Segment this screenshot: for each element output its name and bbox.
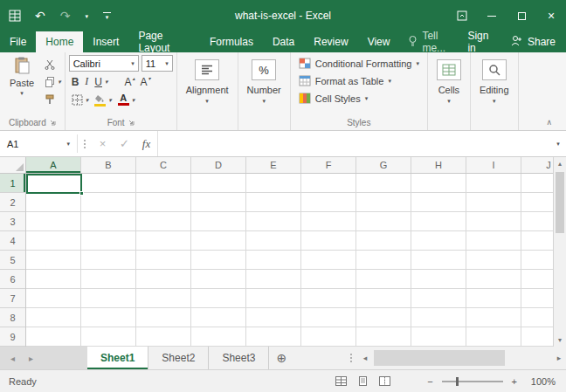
prev-sheet-icon[interactable]: ◂ [10, 354, 15, 363]
italic-button[interactable]: I [85, 75, 88, 88]
formula-bar-expand-icon[interactable]: ▾ [550, 131, 566, 156]
fill-handle[interactable] [79, 191, 84, 196]
increase-font-size-button[interactable]: A▴ [125, 76, 135, 88]
tab-home[interactable]: Home [36, 31, 83, 52]
font-size-select[interactable]: 11 ▾ [142, 55, 173, 72]
redo-icon[interactable]: ↷ [60, 9, 71, 23]
name-box-splitter[interactable] [78, 131, 92, 156]
ribbon-display-options-icon[interactable] [447, 0, 477, 31]
tell-me-box[interactable]: Tell me... [399, 31, 459, 52]
vertical-scrollbar[interactable]: ▴ ▾ [553, 157, 566, 347]
dropdown-caret-icon: ▾ [388, 78, 391, 85]
column-header-i[interactable]: I [466, 157, 521, 173]
excel-logo-icon[interactable] [9, 10, 21, 22]
sheet-tab-sheet3[interactable]: Sheet3 [209, 347, 269, 369]
scroll-up-icon[interactable]: ▴ [554, 157, 566, 170]
font-dialog-launcher-icon[interactable] [128, 118, 135, 127]
horizontal-scroll-thumb[interactable] [374, 350, 505, 366]
tab-review[interactable]: Review [304, 31, 357, 52]
customize-quick-access-icon[interactable]: ▾ [103, 12, 111, 20]
cell-styles-button[interactable]: Cell Styles ▾ [294, 90, 372, 107]
column-header-b[interactable]: B [81, 157, 136, 173]
selected-cell[interactable] [26, 174, 82, 194]
bold-button[interactable]: B [72, 76, 79, 88]
sheet-tab-sheet2[interactable]: Sheet2 [148, 347, 209, 369]
vertical-scroll-thumb[interactable] [556, 172, 564, 233]
decrease-font-size-button[interactable]: A▾ [141, 76, 151, 88]
copy-button[interactable]: ▾ [45, 75, 61, 89]
cells-group[interactable]: Cells ▾ [428, 52, 471, 130]
row-header-9[interactable]: 9 [0, 327, 25, 347]
row-header-6[interactable]: 6 [0, 270, 25, 289]
scroll-left-icon[interactable]: ◂ [358, 347, 372, 369]
format-painter-button[interactable] [45, 93, 61, 107]
cells-group-label: Cells [438, 85, 459, 95]
scroll-down-icon[interactable]: ▾ [554, 334, 566, 347]
cells-area[interactable] [26, 174, 553, 347]
share-button[interactable]: Share [500, 31, 566, 52]
next-sheet-icon[interactable]: ▸ [29, 354, 33, 363]
column-header-a[interactable]: A [26, 157, 81, 173]
name-box[interactable]: A1 ▾ [0, 131, 77, 156]
column-header-h[interactable]: H [411, 157, 466, 173]
underline-button[interactable]: U ▾ [94, 75, 107, 89]
conditional-formatting-button[interactable]: Conditional Formatting ▾ [294, 55, 424, 72]
maximize-icon[interactable] [507, 0, 536, 31]
fill-color-button[interactable]: ▾ [94, 93, 112, 107]
borders-button[interactable]: ▾ [72, 93, 89, 107]
format-as-table-button[interactable]: Format as Table ▾ [294, 72, 396, 90]
sheet-tab-sheet1[interactable]: Sheet1 [87, 347, 148, 369]
undo-icon[interactable]: ↶ [35, 9, 45, 23]
quick-access-dropdown-icon[interactable]: ▾ [85, 13, 88, 19]
paint-bucket-icon [94, 94, 106, 107]
tab-page-layout[interactable]: Page Layout [128, 31, 200, 52]
row-header-5[interactable]: 5 [0, 251, 25, 270]
number-group[interactable]: % Number ▾ [238, 52, 291, 130]
enter-icon[interactable]: ✓ [114, 131, 135, 156]
minimize-icon[interactable] [477, 0, 507, 31]
tab-view[interactable]: View [358, 31, 400, 52]
font-color-button[interactable]: A ▾ [118, 93, 135, 107]
column-header-f[interactable]: F [301, 157, 356, 173]
column-header-e[interactable]: E [246, 157, 301, 173]
cut-button[interactable] [45, 58, 61, 72]
collapse-ribbon-icon[interactable]: ∧ [546, 118, 552, 127]
insert-function-icon[interactable]: fx [135, 131, 157, 156]
scroll-right-icon[interactable]: ▸ [552, 347, 566, 369]
horizontal-scrollbar[interactable]: ◂ ▸ [358, 347, 566, 369]
row-header-3[interactable]: 3 [0, 212, 25, 231]
column-header-d[interactable]: D [191, 157, 246, 173]
column-header-g[interactable]: G [356, 157, 411, 173]
row-header-1[interactable]: 1 [0, 174, 25, 193]
row-header-7[interactable]: 7 [0, 289, 25, 308]
page-break-view-icon[interactable] [379, 376, 390, 386]
tab-splitter[interactable] [344, 347, 358, 369]
row-header-4[interactable]: 4 [0, 231, 25, 251]
zoom-handle[interactable] [456, 377, 459, 386]
formula-input[interactable] [157, 131, 550, 156]
zoom-in-icon[interactable]: + [512, 376, 517, 387]
editing-group[interactable]: Editing ▾ [471, 52, 519, 130]
tab-data[interactable]: Data [263, 31, 304, 52]
page-layout-view-icon[interactable] [357, 376, 369, 386]
clipboard-dialog-launcher-icon[interactable] [50, 118, 56, 127]
zoom-slider[interactable] [442, 381, 503, 382]
close-icon[interactable]: × [536, 0, 566, 31]
font-name-select[interactable]: Calibri ▾ [69, 55, 139, 72]
paste-button[interactable]: Paste ▾ [3, 55, 40, 107]
tab-formulas[interactable]: Formulas [200, 31, 263, 52]
alignment-group[interactable]: Alignment ▾ [177, 52, 238, 130]
tab-file[interactable]: File [0, 31, 36, 52]
column-header-j[interactable]: J [521, 157, 553, 173]
tab-insert[interactable]: Insert [83, 31, 128, 52]
sign-in-button[interactable]: Sign in [459, 31, 500, 52]
row-header-2[interactable]: 2 [0, 193, 25, 212]
normal-view-icon[interactable] [335, 376, 347, 386]
row-header-8[interactable]: 8 [0, 308, 25, 327]
new-sheet-icon[interactable]: ⊕ [269, 347, 293, 369]
zoom-out-icon[interactable]: − [427, 376, 432, 387]
cancel-icon[interactable]: × [92, 131, 114, 156]
zoom-level[interactable]: 100% [526, 376, 556, 387]
select-all-corner[interactable] [0, 157, 26, 174]
column-header-c[interactable]: C [136, 157, 191, 173]
